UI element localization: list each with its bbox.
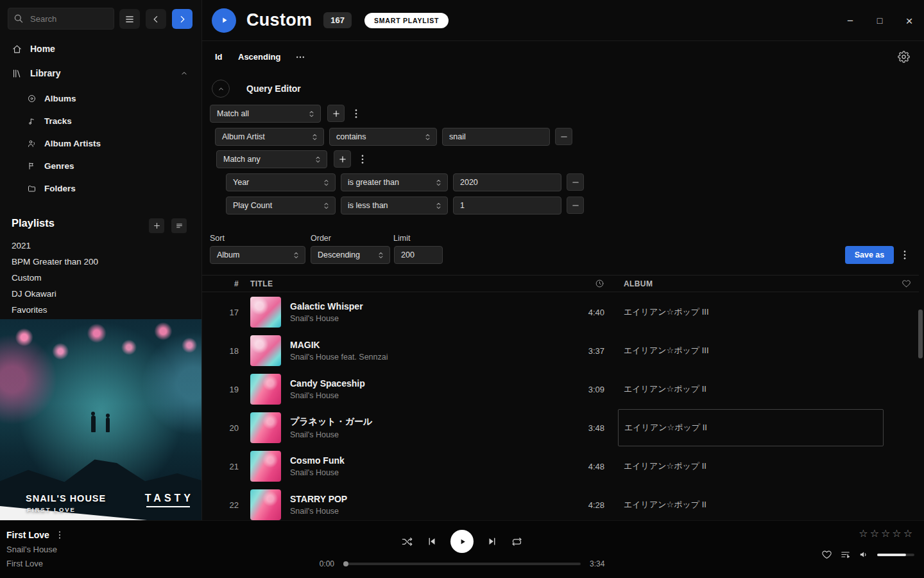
now-playing-artist[interactable]: Snail's House — [6, 545, 64, 554]
order-select[interactable]: Descending — [311, 246, 390, 264]
settings-button[interactable] — [898, 51, 910, 63]
track-album[interactable]: エイリアン☆ポップ II — [624, 486, 893, 520]
rule-value-input[interactable] — [453, 197, 561, 215]
track-artist[interactable]: Snail's House — [290, 391, 547, 400]
nav-back-button[interactable] — [146, 9, 166, 29]
sidebar-item-home[interactable]: Home — [0, 40, 201, 58]
column-favorite[interactable] — [893, 279, 919, 288]
album-art-thumbnail[interactable] — [250, 297, 281, 328]
menu-button[interactable] — [119, 9, 140, 29]
album-art-thumbnail[interactable] — [250, 489, 281, 520]
scrollbar-thumb[interactable] — [918, 310, 923, 358]
rule-field-select[interactable]: Year — [226, 173, 336, 191]
sidebar-item-albums[interactable]: Albums — [0, 89, 201, 108]
sort-select[interactable]: Album — [210, 246, 305, 264]
rating-stars[interactable]: ☆☆☆☆☆ — [859, 527, 914, 539]
track-artist[interactable]: Snail's House — [290, 430, 547, 439]
track-row[interactable]: 22 STARRY POP Snail's House 4:28 エイリアン☆ポ… — [202, 486, 919, 520]
playlist-list-button[interactable] — [171, 218, 187, 233]
now-playing-artwork[interactable]: SNAIL'S HOUSE FIRST LOVE TASTY — [0, 319, 201, 520]
next-button[interactable] — [486, 536, 498, 547]
album-art-thumbnail[interactable] — [250, 374, 281, 405]
track-row[interactable]: 18 MAGIK Snail's House feat. Sennzai 3:3… — [202, 331, 919, 370]
track-artist[interactable]: Snail's House — [290, 314, 547, 323]
playlist-item[interactable]: BPM Greater than 200 — [0, 254, 201, 270]
track-title[interactable]: Candy Spaceship — [290, 378, 547, 389]
column-title[interactable]: TITLE — [250, 279, 547, 288]
play-pause-button[interactable] — [450, 530, 474, 553]
search-input[interactable] — [29, 13, 106, 24]
track-title[interactable]: MAGIK — [290, 340, 547, 350]
maximize-button[interactable]: □ — [874, 16, 886, 25]
sidebar-item-tracks[interactable]: Tracks — [0, 111, 201, 130]
minimize-button[interactable]: − — [844, 15, 856, 26]
match-any-select[interactable]: Match any — [216, 150, 327, 168]
column-album[interactable]: ALBUM — [624, 279, 893, 288]
chevron-up-icon[interactable] — [180, 69, 189, 78]
sort-direction-button[interactable]: Ascending — [238, 52, 280, 62]
track-menu-button[interactable] — [56, 530, 64, 539]
rule-value-input[interactable] — [453, 173, 561, 191]
track-row[interactable]: 20 プラネット・ガール Snail's House 3:48 エイリアン☆ポッ… — [202, 408, 919, 447]
close-button[interactable]: × — [903, 15, 915, 27]
playlist-item[interactable]: Favorites — [0, 302, 201, 318]
search-box[interactable] — [8, 8, 114, 30]
now-playing-album[interactable]: First Love — [6, 559, 64, 568]
more-options-button[interactable] — [295, 54, 305, 60]
group-menu-button[interactable] — [357, 150, 368, 168]
sidebar-item-album-artists[interactable]: Album Artists — [0, 134, 201, 153]
track-artist[interactable]: Snail's House — [290, 507, 547, 516]
favorite-button[interactable] — [821, 549, 832, 560]
play-playlist-button[interactable] — [212, 8, 236, 33]
track-album[interactable]: エイリアン☆ポップ III — [624, 331, 893, 370]
rule-operator-select[interactable]: is less than — [341, 197, 448, 215]
track-title[interactable]: プラネット・ガール — [290, 416, 547, 428]
now-playing-title[interactable]: First Love — [6, 530, 49, 540]
track-title[interactable]: Galactic Whisper — [290, 301, 547, 311]
match-all-select[interactable]: Match all — [210, 105, 321, 123]
column-number[interactable]: # — [210, 279, 239, 288]
rule-value-input[interactable] — [442, 128, 550, 146]
track-title[interactable]: Cosmo Funk — [290, 455, 547, 466]
rule-operator-select[interactable]: is greater than — [341, 173, 448, 191]
sidebar-item-genres[interactable]: Genres — [0, 156, 201, 175]
track-row[interactable]: 21 Cosmo Funk Snail's House 4:48 エイリアン☆ポ… — [202, 447, 919, 486]
track-artist[interactable]: Snail's House — [290, 468, 547, 477]
sort-field-button[interactable]: Id — [215, 52, 223, 62]
rule-field-select[interactable]: Play Count — [226, 197, 336, 215]
track-album[interactable]: エイリアン☆ポップ II — [624, 447, 893, 486]
queue-button[interactable] — [840, 549, 851, 560]
seek-bar[interactable] — [343, 563, 581, 565]
add-rule-button[interactable] — [327, 105, 345, 122]
query-editor-header[interactable]: Query Editor — [212, 80, 301, 98]
volume-slider[interactable] — [877, 554, 914, 556]
rule-field-select[interactable]: Album Artist — [215, 128, 324, 146]
volume-button[interactable] — [859, 549, 869, 560]
playlist-item[interactable]: DJ Okawari — [0, 286, 201, 302]
album-art-thumbnail[interactable] — [250, 335, 281, 366]
repeat-button[interactable] — [511, 536, 523, 548]
save-menu-button[interactable] — [900, 246, 910, 263]
collapse-button[interactable] — [212, 80, 230, 98]
sidebar-item-folders[interactable]: Folders — [0, 179, 201, 198]
add-playlist-button[interactable] — [149, 218, 164, 233]
track-album[interactable]: エイリアン☆ポップ II — [624, 370, 893, 408]
previous-button[interactable] — [426, 536, 438, 547]
rule-operator-select[interactable]: contains — [329, 128, 437, 146]
limit-input[interactable] — [394, 246, 443, 264]
seek-thumb[interactable] — [343, 561, 348, 566]
remove-rule-button[interactable] — [567, 173, 584, 191]
track-row[interactable]: 19 Candy Spaceship Snail's House 3:09 エイ… — [202, 370, 919, 408]
remove-rule-button[interactable] — [555, 128, 572, 145]
remove-rule-button[interactable] — [567, 197, 584, 214]
album-art-thumbnail[interactable] — [250, 451, 281, 482]
save-as-button[interactable]: Save as — [845, 246, 894, 264]
playlist-item[interactable]: Custom — [0, 270, 201, 286]
album-art-thumbnail[interactable] — [250, 412, 281, 443]
group-menu-button[interactable] — [351, 105, 361, 122]
track-title[interactable]: STARRY POP — [290, 494, 547, 504]
add-rule-button[interactable] — [334, 150, 351, 168]
playlist-item[interactable]: 2021 — [0, 238, 201, 254]
track-artist[interactable]: Snail's House feat. Sennzai — [290, 353, 547, 362]
sidebar-item-library[interactable]: Library — [0, 64, 201, 82]
